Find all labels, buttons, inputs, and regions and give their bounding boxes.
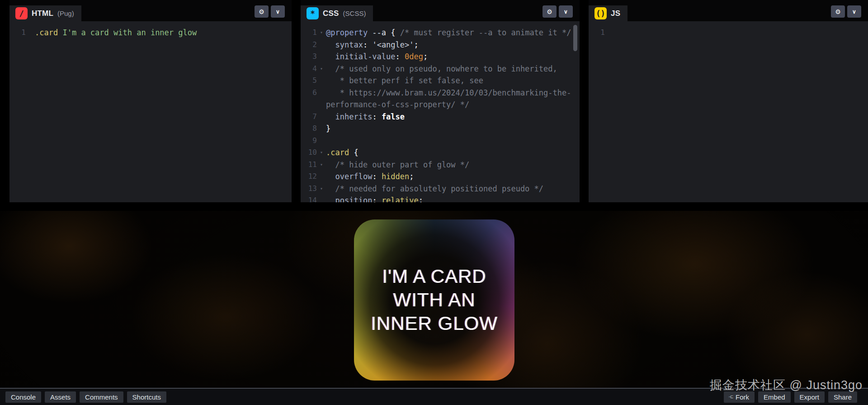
fold-arrow-icon[interactable]: ▾ [317, 63, 326, 75]
code-text: * better perf if set false, see [326, 75, 483, 87]
html-settings-button[interactable]: ⚙ [255, 5, 269, 18]
code-line: 1.card I'm a card with an inner glow [9, 27, 292, 39]
fold-spacer [317, 195, 326, 202]
footer-left-buttons: ConsoleAssetsCommentsShortcuts [5, 391, 166, 403]
code-line: 10▾.card { [301, 147, 580, 159]
fold-spacer [317, 51, 326, 63]
panel-header-css: * CSS (SCSS) ⚙ ∨ [301, 0, 580, 21]
console-button[interactable]: Console [5, 391, 41, 403]
fold-arrow-icon[interactable]: ▾ [317, 183, 326, 195]
fork-icon: ⑂ [728, 395, 734, 399]
html-collapse-button[interactable]: ∨ [271, 5, 285, 18]
glow-card-text: I'M A CARDWITH ANINNER GLOW [371, 265, 498, 335]
code-text: } [326, 123, 330, 135]
fold-spacer [26, 27, 35, 39]
line-number: 4 [301, 63, 317, 75]
code-line: 7 inherits: false [301, 111, 580, 123]
tab-css-sublabel: (SCSS) [343, 10, 366, 17]
tab-js[interactable]: () JS [589, 5, 627, 21]
fold-arrow-icon[interactable]: ▾ [317, 159, 326, 171]
code-text: .card { [326, 147, 359, 159]
line-number: 13 [301, 183, 317, 195]
code-line: 14 position: relative; [301, 195, 580, 202]
code-text: /* needed for absolutely positioned pseu… [326, 183, 543, 195]
editor-panel-html: / HTML (Pug) ⚙ ∨ 1.card I'm a card with … [9, 0, 292, 202]
fold-spacer [317, 87, 326, 99]
button-label: Embed [764, 393, 785, 401]
assets-button[interactable]: Assets [45, 391, 76, 403]
fold-spacer [317, 111, 326, 123]
code-line: 5 * better perf if set false, see [301, 75, 580, 87]
fold-spacer [317, 123, 326, 135]
button-label: Shortcuts [132, 393, 161, 401]
html-icon: / [15, 7, 28, 19]
button-label: Assets [50, 393, 71, 401]
fold-arrow-icon[interactable]: ▾ [317, 147, 326, 159]
line-number: 10 [301, 147, 317, 159]
watermark: 掘金技术社区 @ Justin3go [710, 377, 863, 393]
tab-html[interactable]: / HTML (Pug) [9, 5, 81, 21]
code-text: performance-of-css-property/ */ [326, 99, 469, 111]
line-number: 3 [301, 51, 317, 63]
code-line: 8} [301, 123, 580, 135]
css-icon: * [307, 7, 319, 19]
code-line: performance-of-css-property/ */ [301, 99, 580, 111]
code-line: 1 [589, 27, 868, 39]
line-number: 12 [301, 171, 317, 183]
gear-icon: ⚙ [259, 8, 264, 15]
code-line: 11▾ /* hide outer part of glow */ [301, 159, 580, 171]
code-line: 3 initial-value: 0deg; [301, 51, 580, 63]
js-code-editor[interactable]: 1 [589, 21, 868, 202]
card-text-line: WITH AN [371, 288, 498, 312]
gear-icon: ⚙ [547, 8, 552, 15]
button-label: Export [800, 393, 819, 401]
js-settings-button[interactable]: ⚙ [831, 5, 845, 18]
code-text: position: relative; [326, 195, 423, 202]
button-label: Console [11, 393, 36, 401]
js-icon: () [594, 7, 607, 19]
line-number: 1 [589, 27, 605, 39]
glow-card: I'M A CARDWITH ANINNER GLOW [354, 219, 514, 381]
button-label: Fork [736, 393, 749, 401]
line-number: 2 [301, 39, 317, 51]
html-code-editor[interactable]: 1.card I'm a card with an inner glow [9, 21, 292, 202]
fold-spacer [317, 39, 326, 51]
line-number: 14 [301, 195, 317, 202]
css-scrollbar[interactable] [573, 25, 577, 51]
css-settings-button[interactable]: ⚙ [542, 5, 557, 18]
comments-button[interactable]: Comments [80, 391, 123, 403]
fold-spacer [317, 99, 326, 111]
line-number: 1 [9, 27, 26, 39]
editor-panel-js: () JS ⚙ ∨ 1 [589, 0, 868, 202]
codepen-editor: / HTML (Pug) ⚙ ∨ 1.card I'm a card with … [0, 0, 868, 405]
fold-spacer [605, 27, 614, 39]
fold-spacer [317, 75, 326, 87]
css-code-editor[interactable]: 1▾@property --a { /* must register --a t… [301, 21, 580, 202]
tab-css[interactable]: * CSS (SCSS) [301, 5, 373, 21]
shortcuts-button[interactable]: Shortcuts [127, 391, 166, 403]
fold-spacer [317, 171, 326, 183]
code-line: 6 * https://www.bram.us/2024/10/03/bench… [301, 87, 580, 99]
editor-panel-css: * CSS (SCSS) ⚙ ∨ 1▾@property --a { /* mu… [301, 0, 580, 202]
line-number: 5 [301, 75, 317, 87]
line-number: 7 [301, 111, 317, 123]
css-collapse-button[interactable]: ∨ [559, 5, 573, 18]
code-line: 4▾ /* used only on pseudo, nowhere to be… [301, 63, 580, 75]
line-number: 8 [301, 123, 317, 135]
line-number [301, 99, 317, 111]
tab-html-label: HTML [32, 9, 53, 18]
fold-arrow-icon[interactable]: ▾ [317, 27, 326, 39]
line-number: 6 [301, 87, 317, 99]
code-text: /* used only on pseudo, nowhere to be in… [326, 63, 557, 75]
code-line: 1▾@property --a { /* must register --a t… [301, 27, 580, 39]
js-collapse-button[interactable]: ∨ [847, 5, 861, 18]
result-preview: I'M A CARDWITH ANINNER GLOW [0, 211, 868, 388]
line-number: 1 [301, 27, 317, 39]
chevron-down-icon: ∨ [852, 9, 856, 15]
tab-css-label: CSS [323, 9, 339, 18]
panel-header-js: () JS ⚙ ∨ [589, 0, 868, 21]
tab-html-sublabel: (Pug) [57, 10, 74, 17]
code-text: inherits: false [326, 111, 405, 123]
code-line: 13▾ /* needed for absolutely positioned … [301, 183, 580, 195]
chevron-down-icon: ∨ [276, 9, 280, 15]
